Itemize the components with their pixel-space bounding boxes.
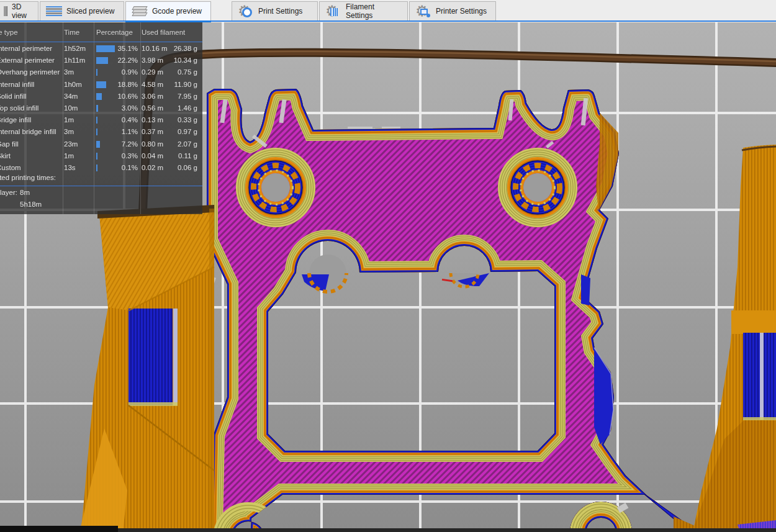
percentage-bar <box>96 45 115 52</box>
feature-name: Internal perimeter <box>0 45 52 52</box>
filament-grams: 11.90 g <box>168 81 197 88</box>
button-printer-settings[interactable]: ⚙ Printer Settings <box>409 1 496 20</box>
feature-percentage: 0.9% <box>114 68 138 76</box>
printer-settings-label: Printer Settings <box>436 7 487 16</box>
filament-grams: 7.95 g <box>168 92 197 100</box>
feature-percentage: 35.1% <box>114 45 138 52</box>
feature-percentage: 0.4% <box>114 116 138 124</box>
cube-icon <box>4 6 7 16</box>
bearing-hole-right <box>500 150 575 225</box>
feature-time: 10m <box>64 104 78 112</box>
active-tab-underline <box>125 20 211 22</box>
layer-stack-icon <box>132 6 148 17</box>
tab-3d-view-label: 3D view <box>12 2 32 20</box>
filament-meters: 0.02 m <box>142 164 163 171</box>
tab-3d-view[interactable]: 3D view <box>0 1 38 20</box>
filament-grams: 26.38 g <box>168 45 197 52</box>
toolbar-accent-line <box>0 20 776 22</box>
filament-grams: 2.07 g <box>168 140 197 148</box>
feature-name: Top solid infill <box>0 104 38 112</box>
feature-percentage: 0.1% <box>114 164 138 171</box>
percentage-bar <box>96 57 108 64</box>
percentage-bar <box>96 69 97 76</box>
feature-percentage: 1.1% <box>114 128 138 135</box>
percentage-bar <box>96 105 98 112</box>
estimated-times-title: Estimated printing times: <box>0 174 56 181</box>
filament-grams: 0.06 g <box>168 164 197 171</box>
tab-sliced-preview-label: Sliced preview <box>66 7 114 16</box>
total-time-value: 5h18m <box>20 201 42 208</box>
button-filament-settings[interactable]: ⚙ Filament Settings <box>319 1 408 20</box>
percentage-bar <box>96 93 102 100</box>
button-print-settings[interactable]: ⚙ Print Settings <box>232 1 318 20</box>
filament-meters: 0.37 m <box>142 128 163 135</box>
feature-name: Internal infill <box>0 81 34 88</box>
filament-grams: 0.75 g <box>168 68 197 76</box>
feature-time: 34m <box>64 92 78 100</box>
percentage-bar <box>96 141 100 148</box>
feature-percentage: 7.2% <box>114 140 138 148</box>
legend-col-percentage: Percentage <box>96 29 133 36</box>
filament-grams: 0.11 g <box>168 152 197 160</box>
print-settings-label: Print Settings <box>258 7 302 16</box>
layers-stripes-icon <box>46 6 62 17</box>
feature-time: 1m <box>64 116 74 124</box>
gear-printer-icon: ⚙ <box>415 3 431 19</box>
feature-time: 1h0m <box>64 81 82 88</box>
feature-time: 23m <box>64 140 78 148</box>
feature-percentage: 18.8% <box>114 81 138 88</box>
legend-col-time: Time <box>64 29 79 36</box>
first-layer-label: First layer: <box>0 189 17 196</box>
filament-grams: 0.33 g <box>168 116 197 124</box>
feature-name: Bridge infill <box>0 116 31 124</box>
percentage-bar <box>96 153 97 160</box>
filament-grams: 1.46 g <box>168 104 197 112</box>
feature-time: 1m <box>64 152 74 160</box>
feature-time: 3m <box>64 128 74 135</box>
slicer-app: { "toolbar": { "tabs": [ {"label": "3D v… <box>0 0 776 532</box>
feature-percentage: 10.6% <box>114 92 138 100</box>
tab-gcode-preview[interactable]: Gcode preview <box>125 1 211 20</box>
gcode-legend-panel: Feature type Time Percentage Used filame… <box>0 22 202 214</box>
feature-name: Gap fill <box>0 140 19 148</box>
feature-name: Overhang perimeter <box>0 68 60 76</box>
filament-meters: 0.56 m <box>142 104 163 112</box>
percentage-bar <box>96 165 97 171</box>
feature-name: Internal bridge infill <box>0 128 56 135</box>
filament-meters: 3.06 m <box>142 92 163 100</box>
feature-percentage: 0.3% <box>114 152 138 160</box>
gear-icon: ⚙ <box>238 3 254 19</box>
filament-meters: 3.98 m <box>142 56 163 64</box>
percentage-bar <box>96 128 97 135</box>
filament-settings-label: Filament Settings <box>346 2 402 20</box>
percentage-bar <box>96 81 106 88</box>
feature-time: 13s <box>64 164 76 171</box>
feature-name: Solid infill <box>0 92 27 100</box>
filament-meters: 0.04 m <box>142 152 163 160</box>
toolbar: 3D view Sliced preview Gcode preview ⚙ P… <box>0 0 776 22</box>
feature-percentage: 22.2% <box>114 56 138 64</box>
filament-meters: 0.13 m <box>142 116 163 124</box>
first-layer-value: 8m <box>20 189 30 196</box>
feature-name: Custom <box>0 164 21 171</box>
legend-col-feature-type: Feature type <box>0 29 18 36</box>
gear-filament-icon: ⚙ <box>325 3 341 19</box>
filament-meters: 4.58 m <box>142 81 163 88</box>
filament-meters: 0.29 m <box>142 68 163 76</box>
tab-sliced-preview[interactable]: Sliced preview <box>40 1 124 20</box>
feature-time: 1h52m <box>64 45 86 52</box>
filament-grams: 10.34 g <box>168 56 197 64</box>
filament-grams: 0.97 g <box>168 128 197 135</box>
feature-time: 1h11m <box>64 56 85 64</box>
feature-time: 3m <box>64 68 74 76</box>
percentage-bar <box>96 117 97 124</box>
filament-meters: 10.16 m <box>142 45 168 52</box>
bearing-hole-left <box>238 150 314 225</box>
feature-percentage: 3.0% <box>114 104 138 112</box>
tab-gcode-preview-label: Gcode preview <box>152 7 202 16</box>
filament-meters: 0.80 m <box>142 140 163 148</box>
feature-name: External perimeter <box>0 56 55 64</box>
feature-name: Skirt <box>0 152 11 160</box>
legend-col-used-filament: Used filament <box>142 29 185 36</box>
bed-front-edge-dark <box>0 526 118 532</box>
